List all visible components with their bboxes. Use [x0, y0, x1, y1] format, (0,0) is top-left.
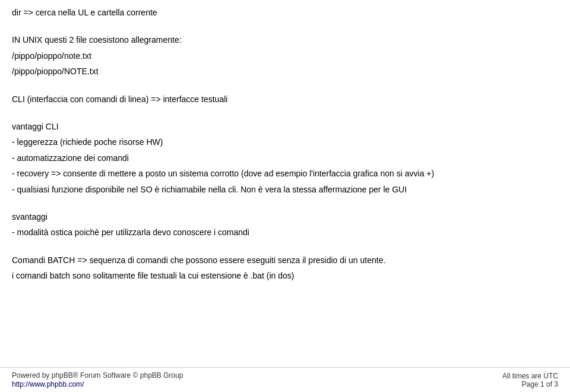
text-line-3: /pippo/pioppo/note.txt	[12, 49, 558, 62]
text-line-7: - leggerezza (richiede poche risorse HW)	[12, 135, 558, 148]
text-line-9: - recovery => consente di mettere a post…	[12, 167, 558, 180]
spacer-1	[12, 24, 558, 33]
text-line-14: i comandi batch sono solitamente file te…	[12, 269, 558, 282]
text-line-1: dir => cerca nella UL e cartella corrent…	[12, 6, 558, 19]
text-line-11: svantaggi	[12, 210, 558, 223]
powered-by-text: Powered by phpBB® Forum Software © phpBB…	[12, 371, 183, 380]
content-block-6: Comandi BATCH => sequenza di comandi che…	[12, 254, 558, 283]
text-line-13: Comandi BATCH => sequenza di comandi che…	[12, 254, 558, 267]
text-line-2: IN UNIX questi 2 file coesistono allegra…	[12, 33, 558, 46]
page-info-text: Page 1 of 3	[502, 380, 558, 388]
footer-right: All times are UTC Page 1 of 3	[502, 372, 558, 388]
text-line-10: - qualsiasi funzione disponibile nel SO …	[12, 183, 558, 196]
content-block-2: IN UNIX questi 2 file coesistono allegra…	[12, 33, 558, 78]
content-block-3: CLI (interfaccia con comandi di linea) =…	[12, 93, 558, 106]
phpbb-link[interactable]: http://www.phpbb.com/	[12, 380, 183, 388]
text-line-6: vantaggi CLI	[12, 120, 558, 133]
main-content: dir => cerca nella UL e cartella corrent…	[0, 0, 570, 356]
content-block-4: vantaggi CLI - leggerezza (richiede poch…	[12, 120, 558, 196]
footer-left: Powered by phpBB® Forum Software © phpBB…	[12, 371, 183, 388]
spacer-4	[12, 201, 558, 210]
text-line-4: /pippo/pioppo/NOTE.txt	[12, 65, 558, 78]
content-block-1: dir => cerca nella UL e cartella corrent…	[12, 6, 558, 19]
timezone-text: All times are UTC	[502, 372, 558, 380]
text-line-12: - modalità ostica poichè per utilizzarla…	[12, 226, 558, 239]
page-footer: Powered by phpBB® Forum Software © phpBB…	[0, 367, 570, 392]
content-block-5: svantaggi - modalità ostica poichè per u…	[12, 210, 558, 239]
spacer-2	[12, 83, 558, 93]
spacer-5	[12, 244, 558, 254]
text-line-5: CLI (interfaccia con comandi di linea) =…	[12, 93, 558, 106]
spacer-3	[12, 110, 558, 120]
text-line-8: - automatizzazione dei comandi	[12, 151, 558, 165]
